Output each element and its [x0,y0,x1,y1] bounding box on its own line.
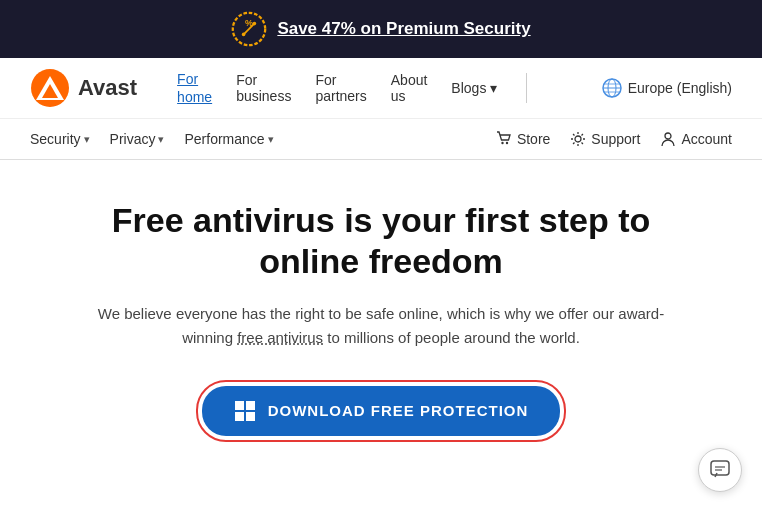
nav-link-for-business[interactable]: Forbusiness [236,72,291,104]
region-label[interactable]: Europe (English) [628,80,732,96]
logo-text: Avast [78,75,137,101]
svg-rect-18 [246,401,255,410]
nav-item-business[interactable]: Forbusiness [236,72,291,104]
sub-nav-security[interactable]: Security ▾ [30,127,90,151]
account-nav-item[interactable]: Account [660,131,732,147]
svg-rect-20 [246,412,255,421]
nav-item-home[interactable]: Forhome [177,70,212,106]
cart-icon [496,131,512,147]
hero-title: Free antivirus is your first step to onl… [81,200,681,282]
sub-nav-privacy[interactable]: Privacy ▾ [110,127,165,151]
svg-point-4 [253,22,257,26]
nav-item-about[interactable]: Aboutus [391,72,428,104]
svg-rect-17 [235,401,244,410]
nav-region[interactable]: Europe (English) [602,78,732,98]
nav-divider [526,73,527,103]
logo[interactable]: Avast [30,68,137,108]
hero-section: Free antivirus is your first step to onl… [0,160,762,472]
sub-nav-performance[interactable]: Performance ▾ [184,127,273,151]
nav-item-blogs[interactable]: Blogs ▾ [451,80,497,96]
hero-subtitle: We believe everyone has the right to be … [91,302,671,350]
free-antivirus-link[interactable]: free antivirus [237,329,323,346]
svg-point-14 [506,142,508,144]
chat-icon [709,459,731,472]
svg-point-3 [242,33,246,37]
svg-point-16 [665,133,671,139]
sub-nav: Security ▾ Privacy ▾ Performance ▾ Store… [0,119,762,160]
banner-link[interactable]: Save 47% on Premium Security [277,19,530,39]
svg-point-13 [501,142,503,144]
svg-rect-19 [235,412,244,421]
nav-link-about[interactable]: Aboutus [391,72,428,104]
svg-point-15 [575,136,581,142]
download-btn-wrapper: DOWNLOAD FREE PROTECTION [196,380,567,442]
discount-badge-icon: % [231,11,267,47]
support-nav-item[interactable]: Support [570,131,640,147]
globe-icon [602,78,622,98]
download-button[interactable]: DOWNLOAD FREE PROTECTION [202,386,561,436]
privacy-arrow: ▾ [158,133,164,146]
avast-logo-icon [30,68,70,108]
store-nav-item[interactable]: Store [496,131,550,147]
performance-arrow: ▾ [268,133,274,146]
person-icon [660,131,676,147]
main-nav: Avast Forhome Forbusiness Forpartners Ab… [0,58,762,119]
nav-link-for-home[interactable]: Forhome [177,70,212,106]
gear-icon [570,131,586,147]
sub-nav-right: Store Support Account [496,131,732,147]
nav-link-blogs[interactable]: Blogs ▾ [451,80,497,96]
nav-link-for-partners[interactable]: Forpartners [315,72,366,104]
hero-subtitle-after: to millions of people around the world. [323,329,580,346]
top-banner: % Save 47% on Premium Security [0,0,762,58]
nav-links: Forhome Forbusiness Forpartners Aboutus … [177,70,732,106]
security-arrow: ▾ [84,133,90,146]
windows-icon [234,400,256,422]
download-button-label: DOWNLOAD FREE PROTECTION [268,402,529,419]
nav-item-partners[interactable]: Forpartners [315,72,366,104]
